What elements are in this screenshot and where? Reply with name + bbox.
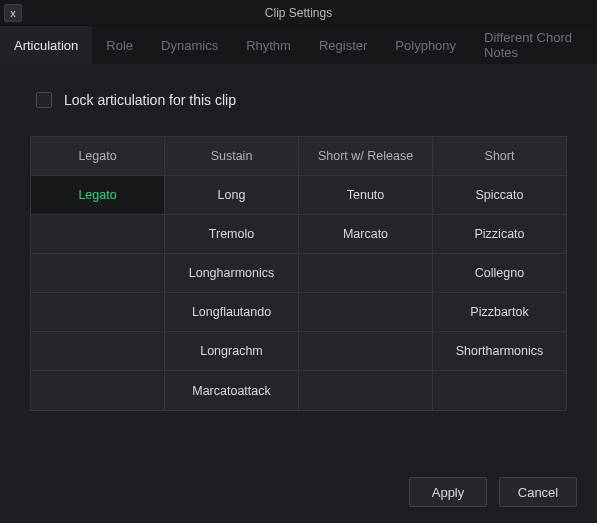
cancel-button[interactable]: Cancel: [499, 477, 577, 507]
articulation-cell[interactable]: Long: [165, 176, 299, 214]
grid-row: LegatoLongTenutoSpiccato: [31, 176, 566, 215]
grid-row: Marcatoattack: [31, 371, 566, 410]
lock-articulation-label: Lock articulation for this clip: [64, 92, 236, 108]
grid-row: LongrachmShortharmonics: [31, 332, 566, 371]
grid-header-cell: Short w/ Release: [299, 137, 433, 175]
tab-different-chord-notes[interactable]: Different Chord Notes: [470, 26, 597, 64]
articulation-cell-empty: [31, 293, 165, 331]
tab-dynamics[interactable]: Dynamics: [147, 26, 232, 64]
articulation-cell[interactable]: Legato: [31, 176, 165, 214]
close-icon: x: [10, 7, 16, 19]
tab-content-articulation: Lock articulation for this clip LegatoSu…: [0, 64, 597, 411]
articulation-cell-empty: [31, 332, 165, 370]
tab-bar: ArticulationRoleDynamicsRhythmRegisterPo…: [0, 26, 597, 64]
tab-rhythm[interactable]: Rhythm: [232, 26, 305, 64]
grid-header-cell: Legato: [31, 137, 165, 175]
articulation-cell[interactable]: Longflautando: [165, 293, 299, 331]
tab-polyphony[interactable]: Polyphony: [381, 26, 470, 64]
articulation-cell[interactable]: Tremolo: [165, 215, 299, 253]
grid-header-cell: Sustain: [165, 137, 299, 175]
grid-row: TremoloMarcatoPizzicato: [31, 215, 566, 254]
tab-register[interactable]: Register: [305, 26, 381, 64]
grid-header-row: LegatoSustainShort w/ ReleaseShort: [31, 137, 566, 176]
grid-row: LongharmonicsCollegno: [31, 254, 566, 293]
grid-row: LongflautandoPizzbartok: [31, 293, 566, 332]
articulation-cell[interactable]: Longharmonics: [165, 254, 299, 292]
lock-articulation-row: Lock articulation for this clip: [36, 92, 567, 108]
articulation-cell-empty: [31, 215, 165, 253]
articulation-cell-empty: [433, 371, 566, 410]
articulation-cell-empty: [31, 371, 165, 410]
dialog-footer: Apply Cancel: [409, 477, 577, 507]
articulation-cell[interactable]: Tenuto: [299, 176, 433, 214]
articulation-cell-empty: [299, 371, 433, 410]
articulation-cell[interactable]: Longrachm: [165, 332, 299, 370]
title-bar: x Clip Settings: [0, 0, 597, 26]
window-title: Clip Settings: [265, 6, 332, 20]
lock-articulation-checkbox[interactable]: [36, 92, 52, 108]
articulation-cell-empty: [299, 254, 433, 292]
articulation-grid: LegatoSustainShort w/ ReleaseShortLegato…: [30, 136, 567, 411]
tab-role[interactable]: Role: [92, 26, 147, 64]
articulation-cell[interactable]: Pizzicato: [433, 215, 566, 253]
articulation-cell[interactable]: Marcato: [299, 215, 433, 253]
articulation-cell-empty: [299, 332, 433, 370]
articulation-cell[interactable]: Collegno: [433, 254, 566, 292]
grid-header-cell: Short: [433, 137, 566, 175]
tab-articulation[interactable]: Articulation: [0, 26, 92, 64]
apply-button[interactable]: Apply: [409, 477, 487, 507]
articulation-cell[interactable]: Pizzbartok: [433, 293, 566, 331]
articulation-cell[interactable]: Spiccato: [433, 176, 566, 214]
articulation-cell[interactable]: Marcatoattack: [165, 371, 299, 410]
articulation-cell-empty: [299, 293, 433, 331]
articulation-cell-empty: [31, 254, 165, 292]
close-button[interactable]: x: [4, 4, 22, 22]
articulation-cell[interactable]: Shortharmonics: [433, 332, 566, 370]
